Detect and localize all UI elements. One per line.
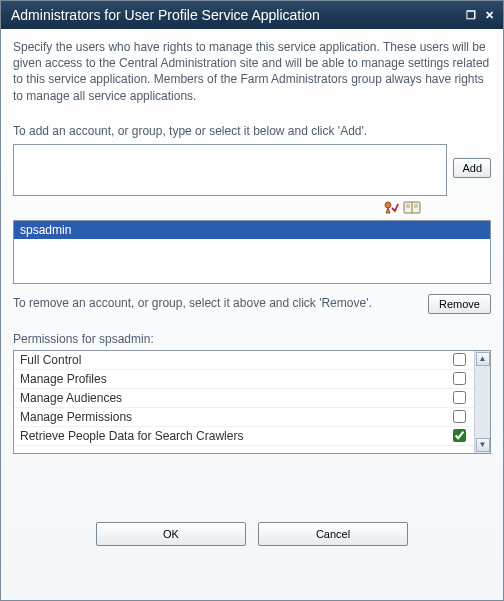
ok-button[interactable]: OK	[96, 522, 246, 546]
titlebar: Administrators for User Profile Service …	[1, 1, 503, 29]
permission-checkbox[interactable]	[453, 429, 466, 442]
check-names-icon[interactable]	[383, 200, 399, 214]
permission-checkbox[interactable]	[453, 410, 466, 423]
dialog-buttons: OK Cancel	[1, 522, 503, 546]
permission-label: Manage Audiences	[20, 391, 122, 405]
selected-users-list[interactable]: spsadmin	[13, 220, 491, 284]
add-instruction: To add an account, or group, type or sel…	[13, 124, 491, 138]
close-icon[interactable]: ✕	[481, 8, 497, 22]
permission-row[interactable]: Manage Profiles	[14, 370, 474, 389]
add-row: Add	[13, 144, 491, 196]
permissions-scrollbar[interactable]: ▲ ▼	[474, 351, 490, 453]
permission-label: Retrieve People Data for Search Crawlers	[20, 429, 243, 443]
remove-button[interactable]: Remove	[428, 294, 491, 314]
add-button[interactable]: Add	[453, 158, 491, 178]
permission-label: Full Control	[20, 353, 81, 367]
dialog-title: Administrators for User Profile Service …	[11, 7, 461, 23]
people-picker-icons	[13, 200, 491, 214]
selected-user-item[interactable]: spsadmin	[14, 221, 490, 239]
permission-row[interactable]: Manage Permissions	[14, 408, 474, 427]
dialog-content: Specify the users who have rights to man…	[1, 29, 503, 464]
cancel-button[interactable]: Cancel	[258, 522, 408, 546]
people-picker-input[interactable]	[13, 144, 447, 196]
permission-checkbox[interactable]	[453, 372, 466, 385]
permissions-box: Full Control Manage Profiles Manage Audi…	[13, 350, 491, 454]
remove-row: To remove an account, or group, select i…	[13, 294, 491, 314]
permission-checkbox[interactable]	[453, 353, 466, 366]
scroll-up-icon[interactable]: ▲	[476, 352, 490, 366]
permission-label: Manage Profiles	[20, 372, 107, 386]
description-text: Specify the users who have rights to man…	[13, 39, 491, 104]
dialog: Administrators for User Profile Service …	[0, 0, 504, 601]
permission-checkbox[interactable]	[453, 391, 466, 404]
permission-row[interactable]: Manage Audiences	[14, 389, 474, 408]
permission-label: Manage Permissions	[20, 410, 132, 424]
scroll-down-icon[interactable]: ▼	[476, 438, 490, 452]
permission-row[interactable]: Full Control	[14, 351, 474, 370]
remove-instruction: To remove an account, or group, select i…	[13, 294, 424, 310]
permissions-list: Full Control Manage Profiles Manage Audi…	[14, 351, 474, 453]
permission-row[interactable]: Retrieve People Data for Search Crawlers	[14, 427, 474, 446]
maximize-icon[interactable]: ❐	[463, 8, 479, 22]
permissions-label: Permissions for spsadmin:	[13, 332, 491, 346]
browse-directory-icon[interactable]	[403, 200, 421, 214]
